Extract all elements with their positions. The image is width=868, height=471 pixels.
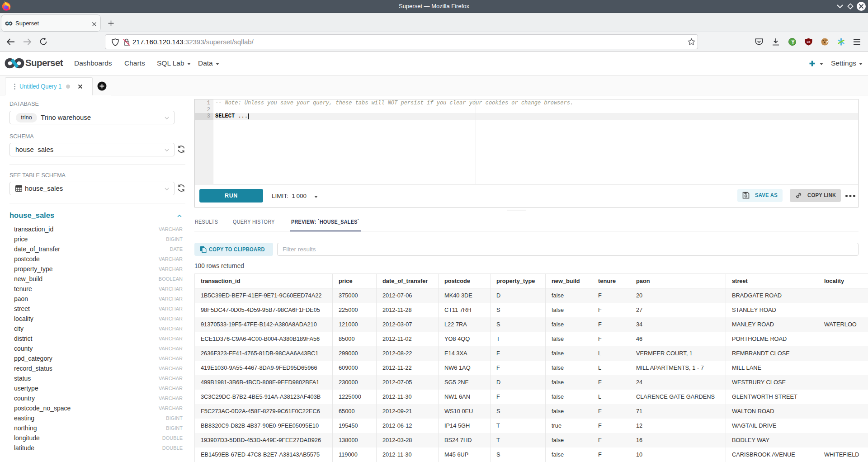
svg-text:uo: uo [807, 40, 811, 43]
